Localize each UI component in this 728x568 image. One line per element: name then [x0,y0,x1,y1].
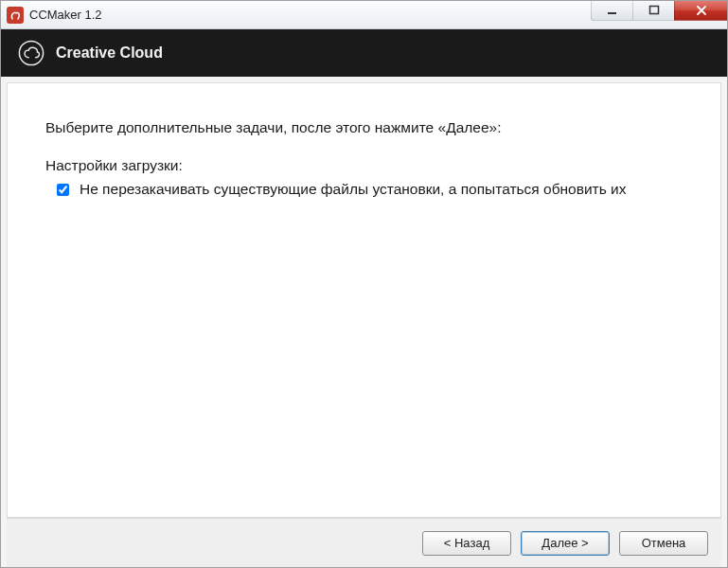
banner-title: Creative Cloud [56,44,163,62]
wizard-footer: < Назад Далее > Отмена [7,518,721,567]
svg-rect-1 [608,12,616,14]
banner: Creative Cloud [1,29,727,77]
minimize-button[interactable] [591,1,632,21]
svg-rect-0 [7,7,24,24]
cancel-button[interactable]: Отмена [619,531,708,556]
installer-window: CCMaker 1.2 Creative Cloud Выберите допо… [0,0,728,568]
app-icon [7,7,24,24]
instruction-text: Выберите дополнительные задачи, после эт… [45,119,683,136]
reuse-files-label: Не перезакачивать существующие файлы уст… [80,180,627,200]
next-button[interactable]: Далее > [521,531,610,556]
svg-rect-2 [649,7,658,14]
option-row: Не перезакачивать существующие файлы уст… [45,180,683,200]
reuse-files-checkbox[interactable] [57,184,69,196]
window-title: CCMaker 1.2 [29,8,102,22]
content-panel: Выберите дополнительные задачи, после эт… [7,82,721,518]
titlebar[interactable]: CCMaker 1.2 [1,1,727,29]
back-button[interactable]: < Назад [422,531,511,556]
creative-cloud-icon [18,40,44,66]
close-button[interactable] [674,1,727,21]
maximize-button[interactable] [632,1,674,21]
download-settings-label: Настройки загрузки: [45,157,683,174]
content-wrap: Выберите дополнительные задачи, после эт… [1,77,727,567]
window-controls [591,1,727,21]
